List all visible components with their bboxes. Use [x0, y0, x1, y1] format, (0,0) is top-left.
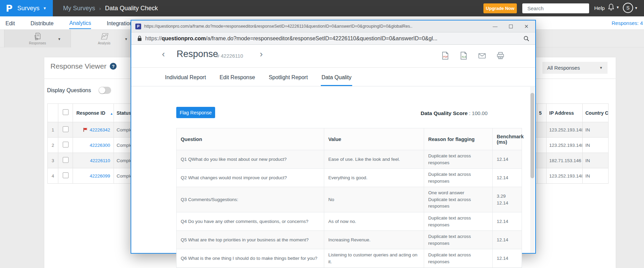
- export-excel-icon[interactable]: XLS: [460, 52, 467, 60]
- product-switcher[interactable]: P Surveys ▼: [0, 0, 53, 16]
- avatar: S: [623, 3, 633, 13]
- email-icon[interactable]: [478, 52, 486, 60]
- lock-icon: [137, 36, 142, 41]
- notifications-button[interactable]: ▼: [608, 3, 619, 11]
- row-number: 2: [48, 138, 58, 153]
- data-quality-score: Data Quality Score : 100.00: [370, 110, 488, 116]
- response-id-cell[interactable]: 42226110: [73, 153, 114, 168]
- value-cell: Ease of use. Like the look and feel.: [324, 150, 424, 169]
- value-cell: Everything is good.: [324, 169, 424, 187]
- zoom-icon[interactable]: [524, 36, 529, 41]
- question-cell: Q6 What is the one thing I should do to …: [177, 249, 324, 268]
- report-tab[interactable]: Individual Report: [164, 74, 207, 86]
- toggle-knob: [99, 87, 105, 94]
- flag-icon: [83, 128, 88, 132]
- response-id-cell[interactable]: 42226342: [73, 122, 114, 138]
- address-bar[interactable]: https://questionpro.com/a/frame.do?mode=…: [131, 32, 535, 45]
- flag-response-button[interactable]: Flag Response: [176, 107, 215, 118]
- select-all-checkbox[interactable]: [63, 109, 69, 115]
- previous-response-icon[interactable]: ‹: [162, 50, 165, 58]
- row-checkbox[interactable]: [63, 126, 69, 132]
- toolbar-tile-analysis[interactable]: Analysis ▼: [71, 30, 138, 47]
- row-number: 4: [48, 168, 58, 184]
- score-value: : 100.00: [468, 110, 488, 116]
- toolbar-tile-responses[interactable]: Responses ▼: [4, 30, 71, 47]
- breadcrumb-parent[interactable]: My Surveys: [63, 5, 95, 12]
- response-id-header[interactable]: Response ID▲: [73, 104, 114, 122]
- survey-nav-tab[interactable]: Analytics: [69, 17, 91, 29]
- breadcrumb-separator-icon: ›: [99, 5, 101, 11]
- page-title: Response Viewer: [50, 62, 106, 70]
- question-cell: Q3 Comments/Suggestions:: [177, 187, 324, 212]
- response-id-link: 42226300: [90, 143, 110, 148]
- help-icon[interactable]: ?: [110, 63, 117, 70]
- global-search[interactable]: [522, 3, 589, 13]
- ip-address-header[interactable]: IP Address: [546, 104, 583, 122]
- row-checkbox[interactable]: [63, 172, 69, 178]
- question-cell: Q2 What changes would most improve our p…: [177, 169, 324, 187]
- window-titlebar[interactable]: P https://questionpro.com/a/frame.do?mod…: [131, 20, 535, 32]
- column-header: Value: [324, 128, 424, 150]
- reason-cell: One word answer Duplicate text across re…: [424, 187, 493, 212]
- data-quality-table: QuestionValueReason for flaggingBenchmar…: [176, 128, 522, 268]
- reason-cell: Duplicate text across responses: [424, 249, 493, 268]
- analysis-chart-icon: [100, 32, 109, 41]
- table-row: Q3 Comments/Suggestions: No One word ans…: [177, 187, 522, 212]
- print-icon[interactable]: [497, 52, 504, 60]
- data-quality-header-row: QuestionValueReason for flaggingBenchmar…: [177, 128, 522, 150]
- export-pdf-icon[interactable]: PDF: [441, 52, 449, 60]
- row-checkbox[interactable]: [63, 157, 69, 163]
- close-icon[interactable]: ×: [524, 23, 528, 30]
- toolbar-tile-label: Responses: [29, 41, 46, 45]
- questionpro-favicon: P: [135, 24, 141, 29]
- country-code-cell: IN: [583, 168, 609, 184]
- row-number: 3: [48, 153, 58, 168]
- partial-column-header: 5: [538, 104, 546, 122]
- help-link[interactable]: Help: [594, 5, 605, 11]
- scrollbar-track[interactable]: [530, 87, 535, 253]
- table-row: Q1 QWhat do you like most about our new …: [177, 150, 522, 169]
- column-header: Benchmark (ms): [493, 128, 522, 150]
- survey-nav-tab[interactable]: Distribute: [31, 18, 54, 29]
- chevron-down-icon: ▼: [599, 66, 603, 70]
- row-checkbox[interactable]: [63, 142, 69, 147]
- survey-nav-tab[interactable]: Edit: [5, 18, 15, 29]
- partial-cell: [538, 138, 546, 153]
- ip-address-cell: 123.252.193.148: [546, 168, 583, 184]
- response-header: ‹ Response # 42226110 › PDF XLS: [131, 45, 535, 68]
- scrollbar-thumb[interactable]: [530, 93, 534, 178]
- chevron-down-icon[interactable]: ▼: [58, 37, 61, 41]
- next-response-icon[interactable]: ›: [260, 50, 263, 58]
- questionpro-logo: P: [6, 3, 13, 14]
- country-code-header[interactable]: Country Code: [583, 104, 609, 122]
- account-menu[interactable]: S ▼: [623, 3, 638, 13]
- table-row: Q2 What changes would most improve our p…: [177, 169, 522, 187]
- partial-cell: [538, 122, 546, 138]
- benchmark-cell: 12.14: [493, 231, 522, 249]
- toolbar-tile-label: Analysis: [98, 41, 110, 45]
- responses-filter-select[interactable]: All Responses ▼: [542, 62, 608, 74]
- search-input[interactable]: [527, 5, 595, 11]
- value-cell: Increasing Revenue.: [324, 231, 424, 249]
- country-code-cell: IN: [583, 138, 609, 153]
- report-tab[interactable]: Edit Response: [219, 74, 256, 86]
- minimize-button[interactable]: —: [493, 24, 497, 29]
- survey-nav-tab[interactable]: Integration: [107, 18, 133, 29]
- response-id-cell[interactable]: 42226300: [73, 138, 114, 153]
- chevron-down-icon[interactable]: ▼: [124, 37, 128, 41]
- responses-count[interactable]: Responses: 4: [612, 20, 643, 26]
- reason-cell: Duplicate text across responses: [424, 169, 493, 187]
- reason-cell: Duplicate text across responses: [424, 212, 493, 230]
- report-tab[interactable]: Data Quality: [321, 74, 352, 86]
- question-cell: Q1 QWhat do you like most about our new …: [177, 150, 324, 169]
- table-row: Q6 What is the one thing I should do to …: [177, 249, 522, 268]
- response-editor-window: P https://questionpro.com/a/frame.do?mod…: [131, 20, 536, 254]
- screen: P Surveys ▼ My Surveys › Data Quality Ch…: [0, 0, 644, 268]
- maximize-button[interactable]: [509, 25, 513, 28]
- response-id-cell[interactable]: 42226099: [73, 168, 114, 184]
- report-tab[interactable]: Spotlight Report: [268, 74, 309, 86]
- svg-text:XLS: XLS: [462, 56, 466, 58]
- top-navbar: P Surveys ▼ My Surveys › Data Quality Ch…: [0, 0, 644, 16]
- display-questions-toggle[interactable]: [99, 87, 111, 94]
- upgrade-now-button[interactable]: Upgrade Now: [483, 3, 517, 13]
